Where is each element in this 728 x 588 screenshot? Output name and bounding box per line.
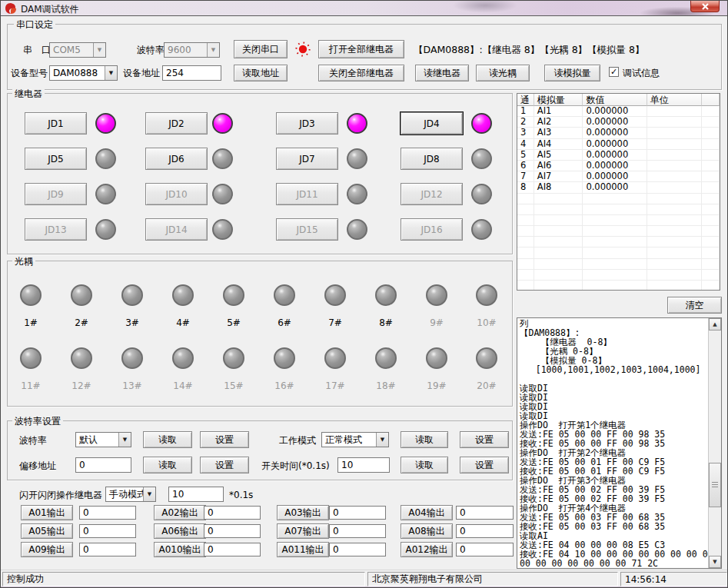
table-header-通[interactable]: 通	[517, 94, 534, 106]
table-row[interactable]	[517, 204, 720, 215]
table-row[interactable]: 1AI10.000000	[517, 106, 720, 117]
output-button-a010输出[interactable]: A010输出	[154, 542, 206, 557]
read-address-button[interactable]: 读取地址	[234, 65, 288, 81]
output-value-a09输出[interactable]: 0	[79, 543, 136, 556]
table-cell	[702, 281, 720, 291]
output-value-a06输出[interactable]: 0	[204, 524, 261, 538]
opto-label-7: 7#	[320, 317, 351, 328]
offset-set-button[interactable]: 设置	[200, 457, 249, 473]
output-value-a01输出[interactable]: 0	[79, 506, 136, 520]
table-row[interactable]: 6AI60.000000	[517, 161, 720, 171]
table-header-模拟量[interactable]: 模拟量	[534, 94, 583, 106]
table-header-extra[interactable]	[702, 94, 720, 106]
com-port-select[interactable]: COM5 ▼	[49, 42, 106, 58]
baud-rate-select[interactable]: 9600 ▼	[164, 42, 220, 58]
relay-led-jd6	[212, 148, 233, 169]
relay-button-jd10[interactable]: JD10	[145, 183, 208, 205]
output-value-a012输出[interactable]: 0	[456, 543, 514, 556]
table-row[interactable]	[517, 226, 720, 237]
output-button-a09输出[interactable]: A09输出	[21, 542, 73, 557]
table-row[interactable]	[517, 281, 720, 291]
flash-time-input[interactable]: 10	[168, 487, 224, 502]
output-button-a012输出[interactable]: A012输出	[401, 542, 453, 557]
log-panel[interactable]: 列 【DAM0888】: 【继电器 0-8】 【光耦 0-8】 【模拟量 0-8…	[517, 317, 722, 569]
output-value-a05输出[interactable]: 0	[79, 524, 136, 538]
debug-info-checkbox[interactable]: ✓	[609, 67, 619, 77]
output-value-a07输出[interactable]: 0	[329, 524, 386, 538]
scrollbar-thumb[interactable]	[709, 463, 721, 507]
table-header-单位[interactable]: 单位	[647, 94, 702, 106]
relay-button-jd12[interactable]: JD12	[401, 183, 463, 205]
output-value-a04输出[interactable]: 0	[456, 506, 514, 520]
relay-button-jd8[interactable]: JD8	[401, 148, 463, 170]
analog-table[interactable]: 通模拟量数值单位1AI10.0000002AI20.0000003AI30.00…	[517, 93, 720, 291]
output-button-a08输出[interactable]: A08输出	[401, 523, 453, 539]
read-analog-button[interactable]: 读模拟量	[544, 65, 600, 81]
table-row[interactable]	[517, 247, 720, 258]
baud-read-button[interactable]: 读取	[143, 431, 192, 448]
output-button-a01输出[interactable]: A01输出	[21, 505, 73, 520]
close-serial-button[interactable]: 关闭串口	[234, 40, 288, 58]
relay-button-jd6[interactable]: JD6	[145, 148, 208, 170]
relay-button-jd2[interactable]: JD2	[145, 112, 208, 135]
output-button-a07输出[interactable]: A07输出	[277, 523, 329, 539]
baud-set-button[interactable]: 设置	[200, 431, 249, 448]
table-row[interactable]: 2AI20.000000	[517, 117, 720, 128]
flash-mode-select[interactable]: 手动模式 ▼	[105, 487, 156, 502]
relay-button-jd9[interactable]: JD9	[25, 183, 87, 205]
output-value-a010输出[interactable]: 0	[204, 543, 261, 556]
table-row[interactable]: 4AI40.000000	[517, 139, 720, 150]
switch-time-set-button[interactable]: 设置	[460, 457, 509, 473]
output-button-a05输出[interactable]: A05输出	[21, 523, 73, 539]
table-row[interactable]	[517, 237, 720, 247]
read-relay-button[interactable]: 读继电器	[415, 65, 469, 81]
output-value-a02输出[interactable]: 0	[204, 506, 261, 520]
relay-button-jd5[interactable]: JD5	[25, 148, 87, 170]
output-button-a02输出[interactable]: A02输出	[154, 505, 206, 520]
output-button-a04输出[interactable]: A04输出	[401, 505, 453, 520]
work-mode-set-button[interactable]: 设置	[460, 431, 509, 448]
close-button[interactable]	[690, 1, 720, 12]
offset-read-button[interactable]: 读取	[143, 457, 192, 473]
table-row[interactable]: 7AI70.000000	[517, 171, 720, 182]
offset-address-input[interactable]: 0	[75, 457, 131, 473]
table-header-数值[interactable]: 数值	[583, 94, 647, 106]
baud-setting-select[interactable]: 默认 ▼	[75, 432, 131, 447]
opto-led-13	[121, 347, 143, 369]
output-value-a03输出[interactable]: 0	[329, 506, 386, 520]
output-button-a011输出[interactable]: A011输出	[277, 542, 329, 557]
output-button-a03输出[interactable]: A03输出	[277, 505, 329, 520]
output-button-a06输出[interactable]: A06输出	[154, 523, 206, 539]
table-row[interactable]	[517, 270, 720, 281]
switch-time-read-button[interactable]: 读取	[401, 457, 448, 473]
close-all-relays-button[interactable]: 关闭全部继电器	[318, 65, 404, 81]
relay-button-jd16[interactable]: JD16	[401, 218, 463, 241]
log-scrollbar[interactable]: ▲ ▼	[708, 318, 721, 568]
open-all-relays-button[interactable]: 打开全部继电器	[318, 40, 404, 58]
clear-log-button[interactable]: 清空	[667, 297, 722, 314]
table-row[interactable]	[517, 194, 720, 204]
read-opto-button[interactable]: 读光耦	[476, 65, 530, 81]
relay-button-jd14[interactable]: JD14	[145, 218, 208, 241]
relay-button-jd7[interactable]: JD7	[276, 148, 338, 170]
relay-button-jd3[interactable]: JD3	[276, 112, 338, 135]
device-address-input[interactable]: 254	[162, 65, 221, 81]
relay-button-jd13[interactable]: JD13	[25, 218, 87, 241]
relay-button-jd11[interactable]: JD11	[276, 183, 338, 205]
table-row[interactable]: 5AI50.000000	[517, 150, 720, 161]
work-mode-select[interactable]: 正常模式 ▼	[321, 432, 389, 447]
relay-button-jd1[interactable]: JD1	[25, 112, 87, 135]
work-mode-read-button[interactable]: 读取	[401, 431, 448, 448]
device-model-select[interactable]: DAM0888 ▼	[49, 65, 118, 81]
table-row[interactable]	[517, 259, 720, 270]
relay-button-jd15[interactable]: JD15	[276, 218, 338, 241]
relay-button-jd4[interactable]: JD4	[401, 112, 463, 135]
switch-time-input[interactable]: 10	[337, 457, 390, 473]
table-row[interactable]: 3AI30.000000	[517, 128, 720, 138]
scroll-up-icon[interactable]: ▲	[709, 318, 721, 331]
table-row[interactable]	[517, 215, 720, 226]
table-row[interactable]: 8AI80.000000	[517, 182, 720, 193]
output-value-a08输出[interactable]: 0	[456, 524, 514, 538]
scroll-down-icon[interactable]: ▼	[709, 556, 721, 568]
output-value-a011输出[interactable]: 0	[329, 543, 386, 556]
